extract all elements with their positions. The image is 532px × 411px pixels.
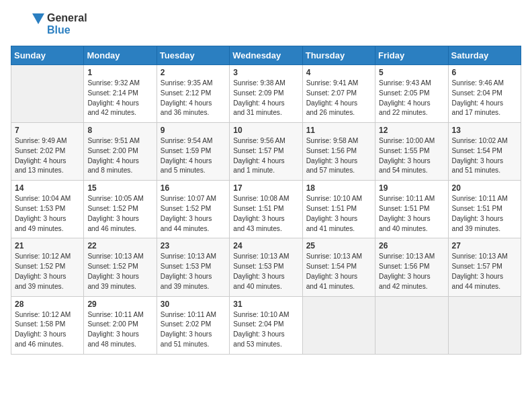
day-number: 16 — [161, 183, 226, 193]
day-number: 23 — [161, 241, 226, 250]
day-content: Sunrise: 10:11 AMSunset: 1:51 PMDaylight… — [379, 194, 444, 234]
day-content: Sunrise: 10:10 AMSunset: 2:04 PMDaylight… — [233, 310, 298, 350]
calendar-day-26: 26Sunrise: 10:13 AMSunset: 1:56 PMDaylig… — [375, 238, 448, 296]
calendar-day-2: 2Sunrise: 9:35 AMSunset: 2:12 PMDaylight… — [157, 65, 229, 123]
day-number: 5 — [379, 68, 444, 77]
day-number: 28 — [15, 300, 80, 309]
weekday-header-sunday: Sunday — [11, 46, 84, 65]
day-number: 31 — [233, 300, 298, 309]
day-number: 13 — [452, 126, 517, 135]
weekday-header-monday: Monday — [84, 46, 157, 65]
day-content: Sunrise: 10:13 AMSunset: 1:52 PMDaylight… — [87, 252, 152, 291]
empty-day — [375, 296, 448, 354]
day-number: 22 — [87, 241, 152, 250]
page-header: GeneralBlue — [11, 11, 521, 38]
day-content: Sunrise: 10:08 AMSunset: 1:51 PMDaylight… — [233, 194, 298, 234]
day-number: 24 — [233, 241, 298, 250]
day-content: Sunrise: 10:07 AMSunset: 1:52 PMDaylight… — [161, 194, 226, 234]
day-content: Sunrise: 9:32 AMSunset: 2:14 PMDaylight:… — [87, 79, 152, 118]
day-content: Sunrise: 9:51 AMSunset: 2:00 PMDaylight:… — [87, 136, 152, 176]
day-number: 27 — [452, 241, 517, 250]
calendar-table: SundayMondayTuesdayWednesdayThursdayFrid… — [11, 46, 521, 355]
calendar-week-row: 1Sunrise: 9:32 AMSunset: 2:14 PMDaylight… — [11, 65, 521, 123]
weekday-header-tuesday: Tuesday — [157, 46, 229, 65]
calendar-day-3: 3Sunrise: 9:38 AMSunset: 2:09 PMDaylight… — [230, 65, 302, 123]
calendar-day-20: 20Sunrise: 10:11 AMSunset: 1:51 PMDaylig… — [448, 181, 521, 238]
logo-svg — [11, 11, 44, 38]
day-content: Sunrise: 9:43 AMSunset: 2:05 PMDaylight:… — [379, 79, 444, 118]
empty-day — [11, 65, 84, 123]
day-content: Sunrise: 10:13 AMSunset: 1:53 PMDaylight… — [161, 252, 226, 291]
calendar-week-row: 28Sunrise: 10:12 AMSunset: 1:58 PMDaylig… — [11, 296, 521, 354]
empty-day — [448, 296, 521, 354]
day-content: Sunrise: 10:11 AMSunset: 1:51 PMDaylight… — [452, 194, 517, 234]
logo-general: General — [47, 12, 87, 24]
calendar-day-12: 12Sunrise: 10:00 AMSunset: 1:55 PMDaylig… — [375, 123, 448, 181]
day-number: 26 — [379, 241, 444, 250]
calendar-day-21: 21Sunrise: 10:12 AMSunset: 1:52 PMDaylig… — [11, 238, 84, 296]
day-content: Sunrise: 9:56 AMSunset: 1:57 PMDaylight:… — [233, 136, 298, 176]
day-number: 8 — [87, 126, 152, 135]
day-number: 19 — [379, 183, 444, 193]
weekday-header-wednesday: Wednesday — [230, 46, 302, 65]
day-content: Sunrise: 9:41 AMSunset: 2:07 PMDaylight:… — [306, 79, 371, 118]
calendar-day-29: 29Sunrise: 10:11 AMSunset: 2:00 PMDaylig… — [84, 296, 157, 354]
logo: GeneralBlue — [11, 11, 87, 38]
day-number: 2 — [161, 68, 226, 77]
day-content: Sunrise: 10:13 AMSunset: 1:53 PMDaylight… — [233, 252, 298, 291]
day-number: 10 — [233, 126, 298, 135]
day-content: Sunrise: 10:10 AMSunset: 1:51 PMDaylight… — [306, 194, 371, 234]
day-content: Sunrise: 10:12 AMSunset: 1:52 PMDaylight… — [15, 252, 80, 291]
day-number: 7 — [15, 126, 80, 135]
day-content: Sunrise: 9:38 AMSunset: 2:09 PMDaylight:… — [233, 79, 298, 118]
calendar-day-16: 16Sunrise: 10:07 AMSunset: 1:52 PMDaylig… — [157, 181, 229, 238]
weekday-header-friday: Friday — [375, 46, 448, 65]
calendar-day-24: 24Sunrise: 10:13 AMSunset: 1:53 PMDaylig… — [230, 238, 302, 296]
calendar-day-6: 6Sunrise: 9:46 AMSunset: 2:04 PMDaylight… — [448, 65, 521, 123]
day-content: Sunrise: 10:11 AMSunset: 2:00 PMDaylight… — [87, 310, 152, 350]
day-number: 17 — [233, 183, 298, 193]
calendar-day-10: 10Sunrise: 9:56 AMSunset: 1:57 PMDayligh… — [230, 123, 302, 181]
day-number: 21 — [15, 241, 80, 250]
day-content: Sunrise: 9:54 AMSunset: 1:59 PMDaylight:… — [161, 136, 226, 176]
calendar-day-19: 19Sunrise: 10:11 AMSunset: 1:51 PMDaylig… — [375, 181, 448, 238]
day-content: Sunrise: 10:12 AMSunset: 1:58 PMDaylight… — [15, 310, 80, 350]
day-content: Sunrise: 9:35 AMSunset: 2:12 PMDaylight:… — [161, 79, 226, 118]
day-number: 3 — [233, 68, 298, 77]
day-content: Sunrise: 9:46 AMSunset: 2:04 PMDaylight:… — [452, 79, 517, 118]
calendar-day-13: 13Sunrise: 10:02 AMSunset: 1:54 PMDaylig… — [448, 123, 521, 181]
day-content: Sunrise: 9:58 AMSunset: 1:56 PMDaylight:… — [306, 136, 371, 176]
day-content: Sunrise: 9:49 AMSunset: 2:02 PMDaylight:… — [15, 136, 80, 176]
calendar-day-18: 18Sunrise: 10:10 AMSunset: 1:51 PMDaylig… — [302, 181, 375, 238]
day-content: Sunrise: 10:04 AMSunset: 1:53 PMDaylight… — [15, 194, 80, 234]
day-number: 30 — [161, 300, 226, 309]
day-number: 11 — [306, 126, 371, 135]
calendar-week-row: 21Sunrise: 10:12 AMSunset: 1:52 PMDaylig… — [11, 238, 521, 296]
day-number: 15 — [87, 183, 152, 193]
day-content: Sunrise: 10:11 AMSunset: 2:02 PMDaylight… — [161, 310, 226, 350]
day-number: 18 — [306, 183, 371, 193]
calendar-day-22: 22Sunrise: 10:13 AMSunset: 1:52 PMDaylig… — [84, 238, 157, 296]
calendar-day-17: 17Sunrise: 10:08 AMSunset: 1:51 PMDaylig… — [230, 181, 302, 238]
day-number: 4 — [306, 68, 371, 77]
day-number: 20 — [452, 183, 517, 193]
calendar-week-row: 7Sunrise: 9:49 AMSunset: 2:02 PMDaylight… — [11, 123, 521, 181]
day-number: 9 — [161, 126, 226, 135]
day-content: Sunrise: 10:00 AMSunset: 1:55 PMDaylight… — [379, 136, 444, 176]
calendar-day-1: 1Sunrise: 9:32 AMSunset: 2:14 PMDaylight… — [84, 65, 157, 123]
day-number: 6 — [452, 68, 517, 77]
calendar-day-28: 28Sunrise: 10:12 AMSunset: 1:58 PMDaylig… — [11, 296, 84, 354]
calendar-day-5: 5Sunrise: 9:43 AMSunset: 2:05 PMDaylight… — [375, 65, 448, 123]
day-number: 25 — [306, 241, 371, 250]
day-content: Sunrise: 10:05 AMSunset: 1:52 PMDaylight… — [87, 194, 152, 234]
svg-marker-0 — [32, 13, 44, 24]
day-number: 1 — [87, 68, 152, 77]
calendar-day-7: 7Sunrise: 9:49 AMSunset: 2:02 PMDaylight… — [11, 123, 84, 181]
calendar-week-row: 14Sunrise: 10:04 AMSunset: 1:53 PMDaylig… — [11, 181, 521, 238]
calendar-header-row: SundayMondayTuesdayWednesdayThursdayFrid… — [11, 46, 521, 65]
day-content: Sunrise: 10:13 AMSunset: 1:56 PMDaylight… — [379, 252, 444, 291]
calendar-day-31: 31Sunrise: 10:10 AMSunset: 2:04 PMDaylig… — [230, 296, 302, 354]
calendar-day-15: 15Sunrise: 10:05 AMSunset: 1:52 PMDaylig… — [84, 181, 157, 238]
calendar-day-25: 25Sunrise: 10:13 AMSunset: 1:54 PMDaylig… — [302, 238, 375, 296]
weekday-header-saturday: Saturday — [448, 46, 521, 65]
